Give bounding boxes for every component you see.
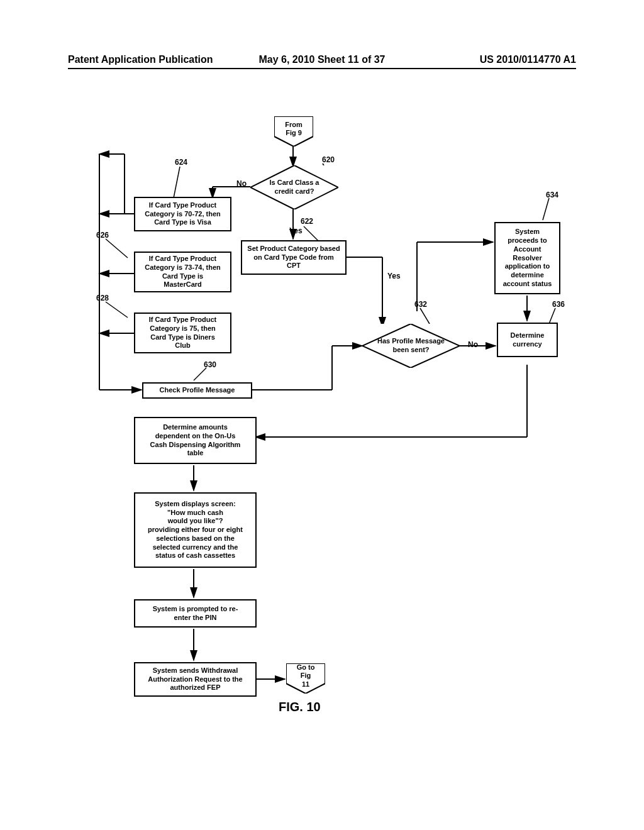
- box-visa: If Card Type ProductCategory is 70-72, t…: [134, 197, 231, 231]
- offpage-to: Go toFig 11: [286, 663, 325, 694]
- ref-624: 624: [175, 158, 187, 167]
- box-mastercard: If Card Type ProductCategory is 73-74, t…: [134, 252, 231, 292]
- decision-profile-sent-text: Has Profile Messagebeen sent?: [377, 337, 445, 355]
- box-set-product-category: Set Product Category basedon Card Type C…: [241, 240, 347, 275]
- ref-626: 626: [96, 231, 109, 240]
- edge-no-632: No: [468, 340, 478, 349]
- offpage-to-text: Go toFig 11: [296, 663, 316, 689]
- box-check-profile: Check Profile Message: [142, 382, 252, 399]
- ref-628: 628: [96, 294, 109, 302]
- flowchart: FromFig 9 Is Card Class acredit card? No…: [68, 116, 576, 770]
- svg-line-33: [194, 368, 206, 380]
- page-header: Patent Application Publication May 6, 20…: [0, 54, 644, 69]
- edge-yes-632: Yes: [387, 272, 401, 280]
- box-display-screen-text: System displays screen:"How much cashwou…: [148, 500, 243, 560]
- svg-line-34: [420, 308, 430, 324]
- header-right: US 2010/0114770 A1: [480, 54, 576, 65]
- ref-622: 622: [301, 217, 313, 226]
- box-visa-text: If Card Type ProductCategory is 70-72, t…: [145, 201, 220, 227]
- edge-no-620: No: [236, 179, 247, 188]
- box-withdrawal-request-text: System sends WithdrawalAuthorization Req…: [148, 667, 242, 692]
- svg-line-31: [106, 239, 128, 258]
- figure-caption: FIG. 10: [279, 700, 321, 714]
- decision-card-class: Is Card Class acredit card?: [250, 165, 338, 209]
- box-mastercard-text: If Card Type ProductCategory is 73-74, t…: [145, 255, 220, 289]
- box-reenter-pin-text: System is prompted to re-enter the PIN: [153, 605, 238, 622]
- svg-line-36: [549, 308, 555, 324]
- offpage-from: FromFig 9: [274, 116, 313, 147]
- box-withdrawal-request: System sends WithdrawalAuthorization Req…: [134, 662, 257, 697]
- ref-632: 632: [414, 300, 427, 309]
- ref-630: 630: [204, 360, 216, 369]
- decision-profile-sent: Has Profile Messagebeen sent?: [362, 324, 460, 368]
- box-determine-currency-text: Determinecurrency: [511, 331, 545, 349]
- ref-620: 620: [322, 155, 335, 164]
- svg-line-32: [106, 302, 128, 318]
- decision-card-class-text: Is Card Class acredit card?: [264, 179, 325, 196]
- box-determine-amounts: Determine amountsdependent on the On-UsC…: [134, 417, 257, 464]
- svg-line-28: [174, 167, 180, 198]
- box-display-screen: System displays screen:"How much cashwou…: [134, 492, 257, 568]
- box-diners-club-text: If Card Type ProductCategory is 75, then…: [149, 316, 216, 350]
- svg-line-35: [543, 198, 549, 220]
- box-set-product-category-text: Set Product Category basedon Card Type C…: [247, 245, 340, 270]
- box-determine-amounts-text: Determine amountsdependent on the On-UsC…: [150, 423, 241, 458]
- header-rule: [68, 68, 576, 69]
- ref-636: 636: [552, 300, 565, 309]
- box-reenter-pin: System is prompted to re-enter the PIN: [134, 599, 257, 628]
- header-left: Patent Application Publication: [68, 54, 213, 65]
- ref-634: 634: [546, 191, 558, 199]
- offpage-from-text: FromFig 9: [285, 121, 303, 137]
- box-diners-club: If Card Type ProductCategory is 75, then…: [134, 313, 231, 353]
- box-determine-currency: Determinecurrency: [497, 323, 558, 357]
- header-center: May 6, 2010 Sheet 11 of 37: [259, 54, 386, 65]
- box-account-resolver-text: Systemproceeds toAccountResolverapplicat…: [503, 228, 552, 288]
- box-check-profile-text: Check Profile Message: [160, 386, 235, 395]
- box-account-resolver: Systemproceeds toAccountResolverapplicat…: [494, 222, 560, 294]
- edge-yes-620: Yes: [289, 226, 303, 235]
